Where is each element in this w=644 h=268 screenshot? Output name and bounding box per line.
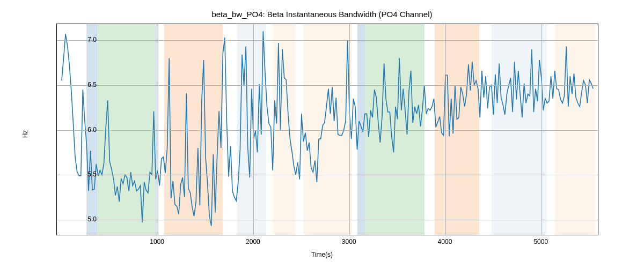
x-tick-label: 4000 [438,238,452,245]
chart-title: beta_bw_PO4: Beta Instantaneous Bandwidt… [0,10,644,19]
y-tick-label: 5.0 [64,215,97,223]
grid-line [349,24,350,235]
grid-line [57,40,598,41]
grid-line [57,175,598,175]
y-axis-label: Hz [21,130,29,138]
grid-line [253,24,254,235]
data-line [62,31,593,226]
grid-line [57,85,598,86]
grid-line [541,24,542,235]
grid-line [57,130,598,131]
x-tick-label: 5000 [533,238,548,245]
y-tick-label: 5.5 [64,170,97,178]
grid-line [57,220,598,220]
y-tick-label: 7.0 [64,36,97,43]
x-tick-label: 3000 [342,238,356,245]
plot-area [56,24,598,235]
chart-container: beta_bw_PO4: Beta Instantaneous Bandwidt… [0,0,644,268]
x-axis-label: Time(s) [0,251,644,258]
grid-line [158,24,158,235]
line-svg [57,24,598,235]
y-tick-label: 6.5 [64,81,97,88]
x-tick-label: 2000 [246,238,260,245]
x-tick-label: 1000 [150,238,164,245]
y-tick-label: 6.0 [64,126,97,133]
grid-line [445,24,446,235]
